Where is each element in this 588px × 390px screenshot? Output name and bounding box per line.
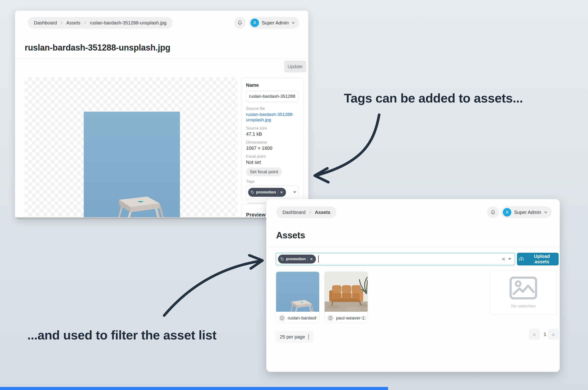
focal-point-label: Focal point bbox=[246, 154, 298, 159]
asset-filename: ruslan-bardash-35 bbox=[288, 315, 317, 321]
update-button[interactable]: Update bbox=[284, 61, 306, 72]
tag-chip-promotion[interactable]: promotion bbox=[248, 188, 286, 197]
stool-photo[interactable] bbox=[84, 112, 180, 217]
source-size-value: 47.1 kB bbox=[246, 131, 298, 137]
tag-icon bbox=[280, 257, 284, 261]
source-file-label: Source file bbox=[246, 106, 298, 111]
breadcrumb-assets[interactable]: Assets bbox=[66, 20, 80, 26]
remove-tag-icon[interactable] bbox=[280, 191, 283, 194]
user-name: Super Admin bbox=[514, 210, 541, 215]
source-size-label: Source size bbox=[246, 126, 298, 131]
focal-point-value: Not set bbox=[246, 160, 298, 165]
chip-divider bbox=[278, 190, 278, 195]
screen: Dashboard Assets ruslan-bardash-351288-u… bbox=[0, 0, 588, 390]
no-selection-label: No selection bbox=[511, 303, 536, 309]
filter-chip-label: promotion bbox=[286, 257, 306, 261]
filter-chip-promotion[interactable]: promotion bbox=[278, 255, 316, 264]
chip-divider bbox=[308, 256, 308, 262]
asset-name-input[interactable] bbox=[246, 91, 298, 102]
header-divider bbox=[266, 247, 560, 247]
person-icon bbox=[505, 210, 509, 215]
asset-card[interactable]: ruslan-bardash-35 bbox=[276, 272, 320, 323]
page-title: ruslan-bardash-351288-unsplash.jpg bbox=[25, 43, 170, 53]
header-divider bbox=[15, 58, 308, 58]
breadcrumb-current-file: ruslan-bardash-351288-unsplash.jpg bbox=[90, 20, 166, 26]
pagination-current-page: 1 bbox=[541, 329, 548, 340]
tag-chip-label: promotion bbox=[256, 190, 276, 195]
no-selection-panel: No selection bbox=[490, 270, 557, 315]
pagination-prev-button[interactable]: « bbox=[529, 329, 540, 340]
asset-thumbnail-couch bbox=[324, 272, 368, 312]
clear-filter-icon[interactable] bbox=[501, 257, 506, 261]
curved-arrow-to-filter bbox=[158, 254, 268, 320]
text-cursor bbox=[318, 255, 319, 263]
upload-assets-button[interactable]: Upload assets bbox=[517, 253, 559, 265]
annotation-filter-note: ...and used to filter the asset list bbox=[27, 328, 216, 342]
asset-thumbnail-stool bbox=[276, 272, 319, 312]
asset-list-window: Dashboard Assets Super Admin Assets bbox=[266, 199, 560, 372]
notifications-button[interactable] bbox=[234, 17, 246, 29]
per-page-select[interactable]: 25 per page bbox=[276, 331, 314, 343]
filter-dropdown-caret[interactable] bbox=[508, 258, 511, 260]
page-title: Assets bbox=[276, 230, 305, 241]
bell-icon bbox=[490, 209, 496, 215]
asset-meta-panel: Name Source file ruslan-bardash-351288-u… bbox=[241, 78, 303, 200]
set-focal-point-button[interactable]: Set focal point bbox=[246, 167, 282, 176]
window-bottom-edge bbox=[15, 217, 308, 219]
source-file-link[interactable]: ruslan-bardash-351288-unsplash.jpg bbox=[246, 112, 296, 123]
chevron-down-icon bbox=[544, 211, 547, 213]
tags-label: Tags bbox=[246, 179, 298, 184]
chevron-separator-icon bbox=[60, 21, 63, 24]
tags-input[interactable]: promotion bbox=[246, 186, 298, 199]
chevron-separator-icon bbox=[309, 211, 312, 214]
asset-card-footer: ruslan-bardash-35 bbox=[276, 313, 319, 323]
breadcrumb-dashboard[interactable]: Dashboard bbox=[34, 20, 57, 26]
tag-icon bbox=[251, 191, 254, 194]
breadcrumb: Dashboard Assets bbox=[276, 206, 336, 218]
breadcrumb-assets: Assets bbox=[315, 210, 330, 215]
notifications-button[interactable] bbox=[487, 206, 499, 218]
breadcrumb-dashboard[interactable]: Dashboard bbox=[282, 210, 306, 215]
image-placeholder-icon bbox=[509, 276, 537, 300]
upload-assets-label: Upload assets bbox=[527, 254, 557, 264]
asset-card[interactable]: paul-weaver-1120 bbox=[324, 272, 368, 323]
user-menu[interactable]: Super Admin bbox=[249, 17, 299, 29]
pagination-next-button[interactable]: » bbox=[548, 329, 559, 340]
per-page-label: 25 per page bbox=[280, 334, 305, 340]
avatar bbox=[503, 208, 511, 216]
dimensions-label: Dimensions bbox=[246, 140, 298, 145]
info-icon[interactable] bbox=[278, 315, 285, 322]
chevron-down-icon bbox=[292, 22, 295, 24]
cloud-upload-icon bbox=[518, 256, 524, 262]
chevron-separator-icon bbox=[84, 21, 87, 24]
asset-card-footer: paul-weaver-1120 bbox=[324, 313, 368, 323]
name-label: Name bbox=[246, 83, 298, 88]
breadcrumb: Dashboard Assets ruslan-bardash-351288-u… bbox=[28, 17, 173, 29]
dimensions-value: 1067 × 1600 bbox=[246, 146, 298, 151]
asset-filename: paul-weaver-1120 bbox=[336, 315, 365, 321]
asset-preview-area bbox=[24, 77, 238, 217]
info-icon[interactable] bbox=[327, 315, 334, 322]
bell-icon bbox=[237, 20, 243, 26]
video-progress-bar[interactable] bbox=[0, 387, 388, 390]
avatar bbox=[251, 19, 259, 27]
remove-filter-icon[interactable] bbox=[310, 257, 313, 261]
asset-detail-window: Dashboard Assets ruslan-bardash-351288-u… bbox=[15, 11, 308, 219]
kebab-menu-icon bbox=[308, 334, 309, 340]
user-menu[interactable]: Super Admin bbox=[501, 206, 551, 218]
user-name: Super Admin bbox=[262, 20, 289, 26]
tags-dropdown-caret[interactable] bbox=[293, 191, 296, 193]
curved-arrow-to-tags bbox=[303, 110, 388, 186]
annotation-tags-note: Tags can be added to assets... bbox=[344, 91, 523, 105]
person-icon bbox=[252, 20, 257, 25]
filter-input[interactable]: promotion bbox=[276, 253, 515, 265]
